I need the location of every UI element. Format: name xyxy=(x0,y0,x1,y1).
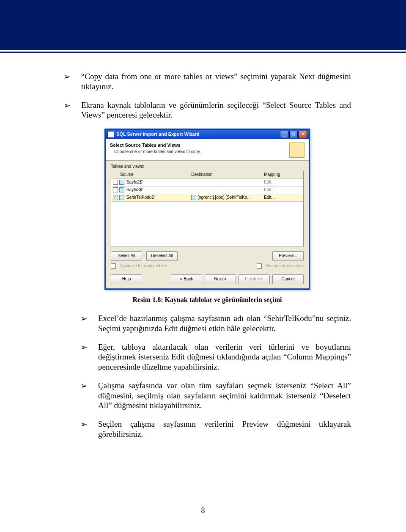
grid-header-row: Source Destination Mapping xyxy=(111,171,303,179)
window-title: SQL Server Import and Export Wizard xyxy=(116,132,280,137)
bullet-item: Eğer, tabloya aktarılacak olan verilerin… xyxy=(63,342,351,372)
col-header-source[interactable]: Source xyxy=(111,172,189,178)
bullet-item: Seçilen çalışma sayfasının verilerini Pr… xyxy=(63,419,351,439)
deselect-all-button[interactable]: Deselect All xyxy=(146,251,178,261)
bullet-text: “Copy data from one or more tables or vi… xyxy=(81,72,351,91)
bullet-text: Eğer, tabloya aktarılacak olan verilerin… xyxy=(98,343,351,372)
cell-source: 'Sayfa3$' xyxy=(126,187,143,193)
cell-mapping[interactable]: Edit... xyxy=(262,195,303,200)
table-icon xyxy=(119,180,124,185)
cell-source: 'Sayfa2$' xyxy=(126,180,143,185)
intro-bullets: “Copy data from one or more tables or vi… xyxy=(63,71,351,120)
wizard-window: SQL Server Import and Export Wizard _ □ … xyxy=(104,129,310,290)
bullet-item: “Copy data from one or more tables or vi… xyxy=(63,71,351,92)
bullet-text: Excel’de hazırlanmış çalışma sayfasının … xyxy=(98,314,351,333)
table-icon xyxy=(119,187,124,192)
bullet-text: Seçilen çalışma sayfasının verilerini Pr… xyxy=(98,420,351,439)
next-button[interactable]: Next > xyxy=(205,274,236,284)
app-icon xyxy=(107,131,114,138)
table-row[interactable]: 'Sayfa3$' Edit... xyxy=(111,186,303,194)
row-checkbox[interactable] xyxy=(113,180,118,185)
page-number: 8 xyxy=(0,506,406,515)
select-all-button[interactable]: Select All xyxy=(111,251,142,261)
wizard-header-subtitle: Choose one or more tables and views to c… xyxy=(114,149,286,155)
tables-grid[interactable]: Source Destination Mapping 'Sayfa2$' Edi… xyxy=(111,171,304,247)
bullet-text: Ekrana kaynak tabloların ve görünümlerin… xyxy=(81,101,351,120)
bullet-item: Ekrana kaynak tabloların ve görünümlerin… xyxy=(63,100,351,121)
cell-destination: [ogrenci].[dbo].[SehirTelKo... xyxy=(198,195,251,200)
figure-caption: Resim 1.8: Kaynak tablolar ve görünümler… xyxy=(132,296,282,304)
cell-source: 'SehirTelKodu$' xyxy=(126,195,155,200)
wizard-header-icon xyxy=(289,143,304,158)
run-transaction-label: Run in a transaction xyxy=(266,263,304,269)
optimize-label: Optimize for many tables xyxy=(120,263,167,269)
cell-mapping: Edit... xyxy=(262,180,303,185)
notes-bullets: Excel’de hazırlanmış çalışma sayfasının … xyxy=(63,313,351,439)
col-header-destination[interactable]: Destination xyxy=(189,172,262,178)
optimize-checkbox[interactable] xyxy=(111,263,116,269)
preview-button[interactable]: Preview... xyxy=(272,251,304,261)
maximize-button[interactable]: □ xyxy=(289,131,298,138)
minimize-button[interactable]: _ xyxy=(280,131,288,138)
bullet-item: Çalışma sayfasında var olan tüm sayfalar… xyxy=(63,381,351,411)
table-row[interactable]: 'Sayfa2$' Edit... xyxy=(111,179,303,186)
close-button[interactable]: × xyxy=(299,131,307,138)
finish-button: Finish >>| xyxy=(239,274,270,284)
bullet-item: Excel’de hazırlanmış çalışma sayfasının … xyxy=(63,313,351,334)
header-band xyxy=(0,0,406,50)
titlebar[interactable]: SQL Server Import and Export Wizard _ □ … xyxy=(106,130,309,139)
table-row[interactable]: 'SehirTelKodu$' [ogrenci].[dbo].[SehirTe… xyxy=(111,194,303,202)
cancel-button[interactable]: Cancel xyxy=(272,274,304,284)
tables-label: Tables and views: xyxy=(111,164,304,170)
run-transaction-checkbox[interactable] xyxy=(257,263,262,269)
wizard-header: Select Source Tables and Views Choose on… xyxy=(106,139,309,161)
cell-mapping: Edit... xyxy=(262,187,303,193)
back-button[interactable]: < Back xyxy=(171,274,202,284)
col-header-mapping[interactable]: Mapping xyxy=(262,172,303,178)
table-icon xyxy=(191,195,196,200)
table-icon xyxy=(119,195,124,200)
help-button[interactable]: Help xyxy=(111,274,142,284)
row-checkbox[interactable] xyxy=(113,195,118,200)
bullet-text: Çalışma sayfasında var olan tüm sayfalar… xyxy=(98,381,351,410)
row-checkbox[interactable] xyxy=(113,187,118,192)
wizard-header-title: Select Source Tables and Views xyxy=(110,143,286,148)
